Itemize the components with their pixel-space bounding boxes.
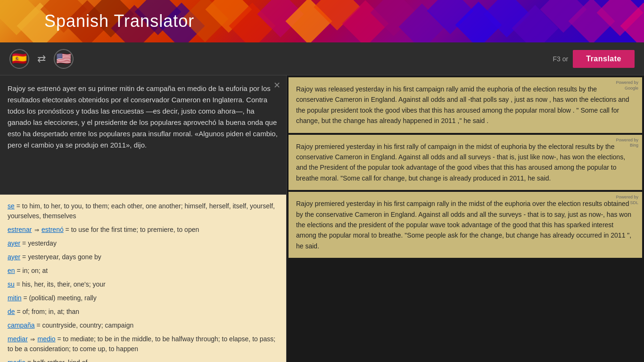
translation-text: Rajoy premiered yesterday in his first c… <box>296 198 635 251</box>
dictionary-panel: se = to him, to her, to you, to them; ea… <box>0 195 286 362</box>
dictionary-entry: medio = half; rather, kind of <box>8 358 279 362</box>
toolbar: 🇪🇸 ⇄ 🇺🇸 F3 or Translate <box>0 42 644 75</box>
dict-word-link[interactable]: medio <box>8 359 25 362</box>
dict-word-link[interactable]: estrenó <box>41 226 64 233</box>
dict-word-link[interactable]: en <box>8 267 15 274</box>
translation-card: Powered by SDLRajoy premiered yesterday … <box>289 192 642 258</box>
translate-button[interactable]: Translate <box>573 50 635 68</box>
dict-word-link[interactable]: estrenar <box>8 226 32 233</box>
dict-word-link[interactable]: campaña <box>8 321 35 329</box>
left-panel: Rajoy se estrenó ayer en su primer mitin… <box>0 75 287 362</box>
translation-card: Powered by BingRajoy premiered yesterday… <box>289 135 642 190</box>
input-area: Rajoy se estrenó ayer en su primer mitin… <box>0 75 286 195</box>
main-content: Rajoy se estrenó ayer en su primer mitin… <box>0 75 644 362</box>
source-text-input[interactable]: Rajoy se estrenó ayer en su primer mitin… <box>8 83 279 185</box>
dict-word-link[interactable]: su <box>8 280 15 288</box>
translation-text: Rajoy premiered yesterday in his first r… <box>296 141 635 184</box>
target-language-flag[interactable]: 🇺🇸 <box>54 49 74 69</box>
provider-badge: Powered by SDL <box>616 195 638 206</box>
provider-badge: Powered by Google <box>616 80 638 91</box>
dictionary-entry: su = his, her, its, their, one's; your <box>8 280 279 289</box>
shortcut-hint: F3 or <box>553 55 569 63</box>
dictionary-entry: estrenar ⇒ estrenó = to use for the firs… <box>8 225 279 235</box>
dictionary-entry: en = in; on; at <box>8 266 279 276</box>
dictionary-entry: campaña = countryside, country; campaign <box>8 321 279 330</box>
dict-word-link[interactable]: de <box>8 308 15 315</box>
source-language-flag[interactable]: 🇪🇸 <box>9 49 29 69</box>
dictionary-entry: ayer = yesteryear, days gone by <box>8 252 279 262</box>
dict-word-link[interactable]: se <box>8 202 15 210</box>
translation-card: Powered by GoogleRajoy was released yest… <box>289 77 642 133</box>
app-header: Spanish Translator <box>0 0 644 42</box>
dictionary-entry: ayer = yesterday <box>8 239 279 248</box>
dictionary-entry: se = to him, to her, to you, to them; ea… <box>8 201 279 221</box>
dictionary-entry: mitin = (political) meeting, rally <box>8 293 279 303</box>
swap-languages-button[interactable]: ⇄ <box>34 51 49 66</box>
translation-text: Rajoy was released yesterday in his firs… <box>296 84 635 126</box>
clear-input-button[interactable]: ✕ <box>273 81 281 90</box>
app-title: Spanish Translator <box>44 11 194 31</box>
dict-word-link[interactable]: ayer <box>8 239 20 247</box>
right-panel: Powered by GoogleRajoy was released yest… <box>287 75 644 362</box>
dict-word-link[interactable]: mediar <box>8 335 28 343</box>
dict-word-link[interactable]: medio <box>37 335 55 343</box>
dict-word-link[interactable]: mitin <box>8 294 22 302</box>
provider-badge: Powered by Bing <box>616 138 638 148</box>
dictionary-entry: de = of; from; in, at; than <box>8 307 279 317</box>
dictionary-entry: mediar ⇒ medio = to mediate; to be in th… <box>8 334 279 354</box>
dict-word-link[interactable]: ayer <box>8 253 20 261</box>
